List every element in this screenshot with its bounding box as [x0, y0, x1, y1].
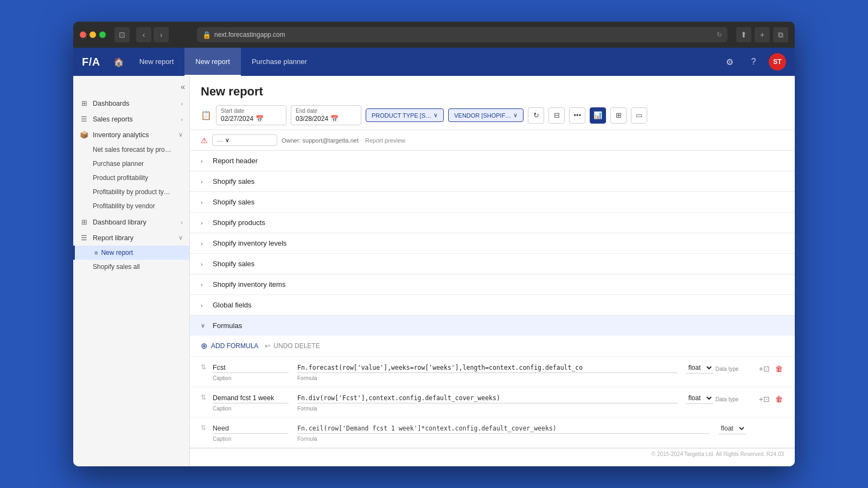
sidebar-label-dashboards: Dashboards: [93, 100, 176, 107]
refresh-button[interactable]: ↻: [528, 107, 544, 124]
sidebar-item-dashboards[interactable]: ⊞ Dashboards ›: [73, 95, 189, 111]
owner-dropdown[interactable]: — ∨: [212, 134, 277, 146]
sidebar-sub-net-sales[interactable]: Net sales forecast by pro…: [73, 143, 189, 157]
new-tab-icon[interactable]: +: [755, 27, 770, 42]
delete-formula-button-fcst[interactable]: 🗑: [774, 363, 784, 374]
refresh-icon: ↻: [533, 111, 539, 119]
delete-formula-button-demand-fcst[interactable]: 🗑: [774, 394, 784, 404]
minimize-button[interactable]: [90, 31, 96, 38]
end-date-calendar-icon: 📅: [330, 115, 339, 123]
formula-formula-input-demand-fcst[interactable]: [297, 393, 678, 403]
datatype-col-demand-fcst: float int string Data type: [686, 393, 751, 404]
table-view-button[interactable]: ⊟: [548, 107, 565, 124]
settings-button[interactable]: ⚙: [721, 53, 738, 70]
end-date-field[interactable]: End date 03/28/2024 📅: [291, 105, 361, 125]
undo-delete-button[interactable]: ↩ UNDO DELETE: [265, 342, 320, 350]
more-options-button[interactable]: •••: [569, 107, 585, 124]
sidebar-sub-shopify-sales[interactable]: Shopify sales all: [73, 260, 189, 274]
section-row-shopify-sales-1[interactable]: › Shopify sales: [190, 171, 795, 192]
tab-new-report-2[interactable]: New report: [184, 48, 241, 76]
calendar-icon[interactable]: 📋: [201, 110, 212, 120]
datatype-select-fcst[interactable]: float int string: [686, 362, 713, 374]
sidebar-sub-new-report[interactable]: ≡ New report: [73, 246, 189, 260]
end-date-value: 03/28/2024: [296, 115, 328, 123]
address-bar[interactable]: 🔒 next.forecastingapp.com ↻: [197, 27, 727, 42]
list-view-button[interactable]: ▭: [631, 107, 647, 124]
report-preview-text: Report preview: [365, 137, 405, 144]
sidebar-item-report-library[interactable]: ☰ Report library ∨: [73, 230, 189, 246]
formula-formula-input-need[interactable]: [297, 423, 710, 434]
formulas-header[interactable]: ∨ Formulas: [190, 316, 795, 336]
section-row-shopify-sales-2[interactable]: › Shopify sales: [190, 192, 795, 213]
datatype-select-demand-fcst[interactable]: float int string: [686, 393, 713, 404]
drag-handle-fcst[interactable]: ⇅: [201, 363, 206, 371]
formula-caption-col-demand-fcst: Caption: [213, 393, 289, 412]
chevron-right-inventory-levels: ›: [201, 240, 208, 247]
owner-dropdown-placeholder: —: [217, 137, 223, 144]
section-row-shopify-sales-3[interactable]: › Shopify sales: [190, 254, 795, 274]
sidebar-sub-product-profitability[interactable]: Product profitability: [73, 171, 189, 185]
datatype-select-need[interactable]: float int string: [719, 423, 746, 434]
formula-caption-input-need[interactable]: [213, 423, 289, 434]
plus-monitor-icon: +⊡: [759, 364, 770, 373]
section-row-global-fields[interactable]: › Global fields: [190, 295, 795, 316]
chevron-down-icon-2: ∨: [178, 234, 183, 241]
dashboards-icon: ⊞: [80, 99, 88, 107]
section-row-shopify-inventory-levels[interactable]: › Shopify inventory levels: [190, 233, 795, 254]
forward-button[interactable]: ›: [154, 27, 169, 42]
avatar[interactable]: ST: [769, 53, 786, 70]
sidebar-item-dashboard-library[interactable]: ⊞ Dashboard library ›: [73, 214, 189, 230]
nav-right: ⚙ ? ST: [721, 53, 786, 70]
browser-nav: ‹ ›: [136, 27, 169, 42]
grid-view-button[interactable]: ⊞: [610, 107, 627, 124]
section-row-shopify-inventory-items[interactable]: › Shopify inventory items: [190, 274, 795, 295]
trash-icon-fcst: 🗑: [775, 364, 783, 373]
sidebar-sub-profitability-product[interactable]: Profitability by product ty…: [73, 185, 189, 199]
section-label-inventory-levels: Shopify inventory levels: [213, 239, 287, 247]
undo-icon: ↩: [265, 342, 270, 350]
start-date-field[interactable]: Start date 02/27/2024 📅: [216, 105, 286, 125]
section-row-report-header[interactable]: › Report header: [190, 151, 795, 171]
add-column-button-demand-fcst[interactable]: +⊡: [758, 394, 771, 404]
formula-formula-input-fcst[interactable]: [297, 363, 678, 373]
sidebar-collapse-button[interactable]: «: [181, 82, 185, 91]
plus-circle-icon: ⊕: [201, 341, 208, 351]
list-icon: ▭: [636, 111, 642, 119]
sidebar-item-inventory-analytics[interactable]: 📦 Inventory analytics ∨: [73, 127, 189, 143]
home-button[interactable]: 🏠: [109, 53, 129, 72]
main-area: « ⊞ Dashboards › ☰ Sales reports ›: [73, 76, 795, 466]
close-button[interactable]: [80, 31, 86, 38]
formula-caption-input-fcst[interactable]: [213, 363, 289, 373]
back-button[interactable]: ‹: [136, 27, 151, 42]
sidebar-label-inventory: Inventory analytics: [93, 131, 174, 139]
tabs-icon[interactable]: ⧉: [773, 27, 788, 42]
vendor-filter-button[interactable]: VENDOR [SHOPIF… ∨: [448, 108, 524, 122]
sidebar-toggle-icon[interactable]: ⊡: [114, 27, 130, 42]
undo-delete-label: UNDO DELETE: [273, 342, 320, 350]
warning-row: ⚠ — ∨ Owner: support@targetta.net Report…: [190, 130, 795, 151]
vendor-chevron-icon: ∨: [513, 112, 518, 119]
sidebar-sub-purchase-planner[interactable]: Purchase planner: [73, 157, 189, 171]
add-column-button-fcst[interactable]: +⊡: [758, 363, 771, 374]
share-icon[interactable]: ⬆: [736, 27, 751, 42]
chart-view-button[interactable]: 📊: [590, 107, 606, 124]
formulas-toolbar: ⊕ ADD FORMULA ↩ UNDO DELETE: [190, 336, 795, 357]
ellipsis-icon: •••: [574, 111, 582, 119]
help-button[interactable]: ?: [745, 53, 762, 70]
formula-caption-input-demand-fcst[interactable]: [213, 393, 289, 403]
traffic-lights: [80, 31, 106, 38]
product-type-filter-button[interactable]: PRODUCT TYPE [S… ∨: [366, 108, 444, 122]
sidebar-item-sales-reports[interactable]: ☰ Sales reports ›: [73, 111, 189, 127]
section-label-inventory-items: Shopify inventory items: [213, 280, 285, 288]
add-formula-button[interactable]: ⊕ ADD FORMULA: [201, 341, 258, 351]
maximize-button[interactable]: [99, 31, 106, 38]
drag-handle-need[interactable]: ⇅: [201, 424, 206, 432]
tab-purchase-planner[interactable]: Purchase planner: [241, 48, 318, 76]
drag-handle-demand-fcst[interactable]: ⇅: [201, 394, 206, 401]
section-row-shopify-products[interactable]: › Shopify products: [190, 213, 795, 233]
formula-formula-col-fcst: Formula: [297, 362, 678, 381]
tab-new-report-1[interactable]: New report: [129, 48, 185, 76]
formula-actions-fcst: +⊡ 🗑: [758, 363, 784, 374]
sidebar-sub-profitability-vendor[interactable]: Profitability by vendor: [73, 199, 189, 213]
formula-fields-need: Caption Formula float: [213, 423, 784, 442]
